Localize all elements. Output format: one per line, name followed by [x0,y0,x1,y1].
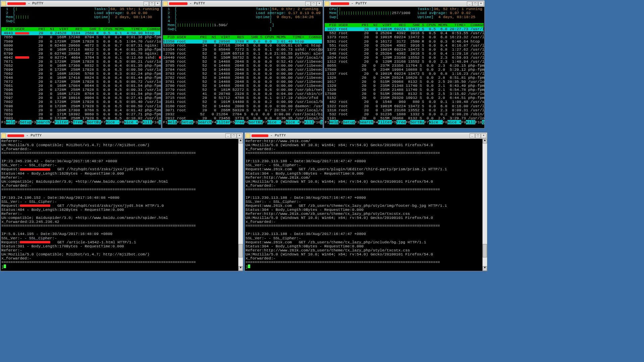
fn-label[interactable]: Tree [396,120,406,124]
fn-label[interactable]: Kill [304,120,314,124]
fn-label[interactable]: Qu [482,120,484,124]
htop-function-bar[interactable]: F1HelpF2SetupF3SearchF4FilterF5TreeF6Sor… [1,120,160,124]
htop-function-bar[interactable]: F1HelpF2SetupF3SearchF4FilterF5TreeF6Sor… [325,120,484,124]
process-row[interactable]: 7658 20 0 168M 17116 8832 S 0.0 0.4 0:01… [1,48,160,52]
fn-label[interactable]: Nice - [429,120,443,124]
fn-label[interactable]: Nice + [124,120,138,124]
fn-label[interactable]: Search [36,120,50,124]
fn-label[interactable]: Search [198,120,212,124]
window-titlebar[interactable]: - PuTTY _ □ × [245,133,487,139]
maximize-button[interactable]: □ [149,1,155,6]
minimize-button[interactable]: _ [144,1,149,6]
process-row[interactable]: 7803 20 0 1728M 258M 17928 S 0.0 6.5 0:1… [1,116,160,120]
fn-label[interactable]: SortBy [87,120,101,124]
process-row[interactable]: 1373 root 20 0 1901M 69224 13472 S 0.0 6… [325,35,484,39]
minimize-button[interactable]: _ [305,1,311,6]
prompt-line[interactable]: ] [246,264,482,269]
fn-label[interactable]: Search [360,120,373,124]
terminal-body[interactable]: Referer:-UA:Mozilla/5.0 (compatible; MJ1… [1,139,243,271]
process-row[interactable]: 1101 20 0 515M 26068 8132 S 0.0 2.5 3:29… [325,116,484,120]
process-header[interactable]: PID USER PRI NI VIRT RES SHR S CPU% MEM%… [163,35,322,39]
process-row[interactable]: 53354 root 20 0 85848 7272 S 0.0 0.1 0:0… [163,48,322,52]
process-row[interactable]: 7659 20 0 171M 18392 9860 S 0.0 0.5 0:27… [1,112,160,116]
fn-label[interactable]: SortBy [249,120,262,124]
process-row[interactable]: 7698 20 0 1728M 258M 17928 S 0.0 6.5 0:0… [1,104,160,108]
prompt-line[interactable]: ] [1,264,238,269]
fn-label[interactable]: Nice + [286,120,300,124]
scroll-up-button[interactable]: ▲ [483,139,487,143]
process-row[interactable]: 1318 root 20 0 129M 23168 13552 S 0.0 2.… [325,108,484,112]
htop-function-bar[interactable]: F1HelpF2SetupF3SearchF4FilterF5TreeF6Sor… [163,120,322,124]
process-row[interactable]: 5201 root 20 0 16172 3172 2580 R 0.0 0.3… [325,40,484,44]
maximize-button[interactable]: □ [311,1,316,6]
terminal-body[interactable]: 1 [ ] 2 [ ] 3 [ ] 4 [ ] Mem[|||||||| [162,7,323,128]
window-titlebar[interactable]: - PuTTY _ □ × [324,1,484,7]
fn-label[interactable]: Filter [216,120,230,124]
terminal-body[interactable]: CPU[| ] Mem[|||||||||||||||||||||||257/1… [324,7,484,128]
window-titlebar[interactable]: - PuTTY _ □ × [1,1,161,7]
process-row[interactable]: 3160 root 52 0 14460 2000 S 0.0 0.0 0:00… [163,104,322,108]
process-row-selected[interactable]: 53358 root 20 0 29596 3788 R 0.0 0.0 3:0… [163,40,322,44]
scroll-down-button[interactable]: ▼ [483,266,487,271]
fn-label[interactable]: Setup [20,120,32,124]
process-row[interactable]: 3161 root 52 0 101M 14480 S 0.0 0.2 0:00… [163,100,322,104]
fn-label[interactable]: Help [6,120,15,124]
scroll-down-button[interactable]: ▼ [238,266,243,271]
minimize-button[interactable]: _ [467,1,472,6]
process-row[interactable]: 7656 20 0 168M 17248 8704 S 0.0 0.4 0:01… [1,35,160,39]
minimize-button[interactable]: _ [225,133,231,138]
process-row[interactable]: 6799 20 0 62748 29868 4672 S 0.0 0.7 0:0… [1,52,160,56]
close-button[interactable]: × [237,133,242,138]
process-row[interactable]: 6800 20 0 62468 29660 4672 S 0.0 0.7 0:0… [1,44,160,48]
scrollbar[interactable]: ▲ ▼ [482,139,487,271]
process-row[interactable]: 2812 root 20 0 73456 3776 S 0.0 0.0 0:36… [163,116,322,120]
process-row[interactable]: 2789 root 52 0 238M 65716 S 0.1 0.8 21:0… [163,52,322,56]
scrollbar[interactable]: ▲ ▼ [238,139,243,271]
fn-label[interactable]: Help [329,120,339,124]
fn-label[interactable]: Kill [143,120,152,124]
fn-label[interactable]: SortBy [410,120,424,124]
process-row[interactable]: 7651 20 0 168M 17308 8768 S 0.0 0.4 0:01… [1,108,160,112]
process-row[interactable]: 551 root 20 0 25204 4392 3916 S 0.0 0.4 … [325,44,484,48]
process-row[interactable]: 532 root 20 0 31236 1688 1332 S 0.0 0.2 … [325,112,484,116]
fn-label[interactable]: Setup [181,120,193,124]
window-titlebar[interactable]: - PuTTY _ □ × [1,133,243,139]
process-row[interactable]: 1372 root 20 0 1901M 69224 13472 S 0.0 6… [325,48,484,52]
terminal-body[interactable]: 1 [| ] 2 [ ] Mem[|||||| ] Swp[ ]Tasks: 6… [1,7,161,128]
fn-label[interactable]: Qu [320,120,323,124]
process-row[interactable]: 1024 root 20 0 129M 23168 13552 S 0.0 2.… [325,56,484,60]
process-row[interactable]: 1322 root 20 0 1901M 69224 13472 S 0.0 6… [325,104,484,108]
fn-label[interactable]: Tree [73,120,83,124]
window-titlebar[interactable]: - PuTTY _ □ × [162,1,323,7]
fn-label[interactable]: Tree [235,120,244,124]
process-row[interactable]: 7589 20 0 1728M 258M 17928 S 0.0 6.5 1:0… [1,40,160,44]
fn-label[interactable]: Nice - [106,120,119,124]
close-button[interactable]: × [478,1,484,6]
close-button[interactable]: × [481,133,486,138]
terminal-body[interactable]: Referer:http://www.261k.com/UA:Mozilla/5… [245,139,487,271]
maximize-button[interactable]: □ [231,133,236,138]
scroll-thumb[interactable] [483,244,487,257]
close-button[interactable]: × [317,1,322,6]
process-row[interactable]: 7802 20 0 1728M 258M 17928 S 0.0 6.5 0:0… [1,100,160,104]
scroll-thumb[interactable] [238,244,243,257]
fn-label[interactable]: Filter [55,120,68,124]
minimize-button[interactable]: _ [470,133,475,138]
process-row[interactable]: 10449 root 52 0 150M 30732 S 0.0 0.4 0:0… [163,56,322,60]
fn-label[interactable]: Filter [378,120,392,124]
process-row[interactable]: 53356 root 24 0 27716 2964 S 0.0 0.0 0:0… [163,44,322,48]
close-button[interactable]: × [155,1,160,6]
process-row[interactable]: 4942 20 0 82724 4664 3764 S 0.0 0.1 0:12… [1,56,160,60]
process-row[interactable]: 462 root 20 0 1548 960 880 S 0.0 0.1 1:0… [325,100,484,104]
fn-label[interactable]: Qu [159,120,161,124]
maximize-button[interactable]: □ [475,133,481,138]
process-row[interactable]: 3071 root 20 0 266M 59320 S 0.0 0.7 28:5… [163,108,322,112]
fn-label[interactable]: Nice - [267,120,281,124]
fn-label[interactable]: Kill [466,120,475,124]
fn-label[interactable]: Setup [343,120,355,124]
scroll-up-button[interactable]: ▲ [238,139,243,143]
fn-label[interactable]: Nice + [447,120,461,124]
process-row[interactable]: 548 root 20 0 25204 4392 3916 S 0.0 0.4 … [325,52,484,56]
fn-label[interactable]: Help [168,120,177,124]
process-row[interactable]: 2832 52 0 21264 2784 S 0.0 0.0 0:00.00 /… [163,112,322,116]
